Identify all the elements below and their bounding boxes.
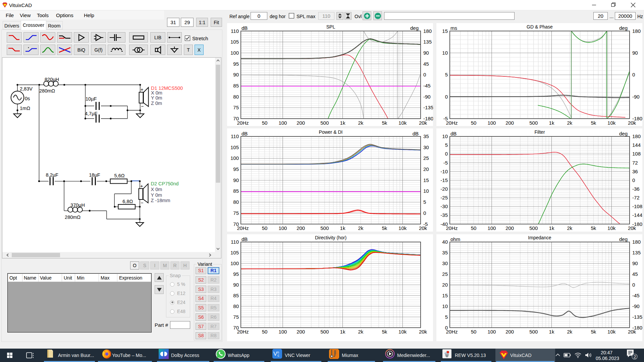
svg-text:20k: 20k xyxy=(419,120,427,126)
svg-text:-72: -72 xyxy=(632,195,640,200)
svg-text:-5: -5 xyxy=(423,221,428,227)
svg-text:95: 95 xyxy=(233,271,239,277)
svg-text:V: V xyxy=(273,351,277,357)
svg-text:5k: 5k xyxy=(382,329,387,335)
svg-text:Impedance: Impedance xyxy=(528,235,551,240)
svg-text:10k: 10k xyxy=(398,329,407,335)
svg-text:100: 100 xyxy=(230,50,239,56)
svg-text:100: 100 xyxy=(230,155,239,161)
svg-text:100: 100 xyxy=(278,120,287,126)
svg-text:85: 85 xyxy=(233,293,239,298)
svg-text:-20: -20 xyxy=(440,186,448,192)
svg-text:-35: -35 xyxy=(440,212,448,218)
svg-text:0: 0 xyxy=(423,72,426,77)
svg-text:85: 85 xyxy=(233,83,239,88)
svg-text:dB: dB xyxy=(241,236,248,242)
svg-text:Directivity (hor): Directivity (hor) xyxy=(315,235,346,240)
svg-text:200: 200 xyxy=(297,225,305,231)
svg-text:90: 90 xyxy=(423,50,429,56)
svg-text:2k: 2k xyxy=(567,120,572,126)
svg-text:10k: 10k xyxy=(398,120,407,126)
svg-text:180: 180 xyxy=(632,28,641,34)
svg-text:5: 5 xyxy=(445,314,448,320)
svg-text:95: 95 xyxy=(233,166,239,172)
svg-text:Filter: Filter xyxy=(534,129,545,135)
svg-text:10: 10 xyxy=(442,303,448,309)
svg-text:200: 200 xyxy=(505,120,514,126)
svg-text:-90: -90 xyxy=(632,94,640,100)
svg-text:5: 5 xyxy=(423,199,426,205)
svg-text:180: 180 xyxy=(632,239,641,245)
svg-text:2: 2 xyxy=(634,355,636,359)
svg-text:2k: 2k xyxy=(358,225,363,231)
svg-text:90: 90 xyxy=(233,282,239,288)
svg-text:5k: 5k xyxy=(591,329,596,335)
svg-text:0: 0 xyxy=(445,94,448,100)
svg-text:20: 20 xyxy=(423,166,429,172)
svg-text:90: 90 xyxy=(233,177,239,183)
svg-text:36: 36 xyxy=(632,169,638,174)
svg-text:-45: -45 xyxy=(423,83,431,88)
svg-text:dB: dB xyxy=(413,131,419,136)
svg-text:20k: 20k xyxy=(419,329,427,335)
svg-text:1k: 1k xyxy=(340,120,345,126)
svg-text:20k: 20k xyxy=(628,225,636,231)
svg-text:108: 108 xyxy=(632,151,641,157)
svg-text:20Hz: 20Hz xyxy=(446,225,458,231)
svg-text:-30: -30 xyxy=(440,203,448,209)
svg-text:40: 40 xyxy=(442,239,448,245)
svg-text:1k: 1k xyxy=(340,225,345,231)
svg-text:c: c xyxy=(278,354,279,357)
svg-text:dB: dB xyxy=(450,131,457,136)
svg-text:-108: -108 xyxy=(632,203,642,209)
svg-text:100: 100 xyxy=(487,329,496,335)
svg-text:110: 110 xyxy=(231,239,239,245)
svg-text:105: 105 xyxy=(230,144,239,150)
svg-text:-90: -90 xyxy=(632,303,640,309)
svg-text:5: 5 xyxy=(445,142,448,148)
svg-text:100: 100 xyxy=(278,329,287,335)
svg-text:-135: -135 xyxy=(632,314,642,320)
svg-text:50: 50 xyxy=(262,329,268,335)
svg-text:GD & Phase: GD & Phase xyxy=(527,24,553,29)
svg-text:-15: -15 xyxy=(440,177,448,183)
svg-text:-90: -90 xyxy=(423,94,431,100)
svg-text:20Hz: 20Hz xyxy=(446,120,458,126)
svg-text:500: 500 xyxy=(529,329,538,335)
svg-text:-45: -45 xyxy=(632,293,640,298)
svg-text:10: 10 xyxy=(423,188,429,194)
svg-text:50: 50 xyxy=(262,225,268,231)
svg-text:200: 200 xyxy=(505,225,514,231)
svg-text:200: 200 xyxy=(297,120,305,126)
svg-text:30: 30 xyxy=(442,260,448,266)
svg-text:0: 0 xyxy=(632,72,635,77)
svg-text:15: 15 xyxy=(442,293,448,298)
svg-text:75: 75 xyxy=(233,314,239,320)
svg-text:72: 72 xyxy=(632,160,638,166)
svg-text:SPL: SPL xyxy=(326,24,335,29)
svg-text:0: 0 xyxy=(423,210,426,216)
svg-text:20Hz: 20Hz xyxy=(237,329,249,335)
svg-text:dB: dB xyxy=(241,25,248,31)
svg-text:deg: deg xyxy=(619,131,628,136)
svg-text:100: 100 xyxy=(487,120,496,126)
svg-text:10: 10 xyxy=(442,50,448,56)
svg-text:0: 0 xyxy=(445,151,448,157)
svg-text:75: 75 xyxy=(233,210,239,216)
svg-text:90: 90 xyxy=(632,50,638,56)
svg-text:15: 15 xyxy=(423,177,429,183)
svg-text:200: 200 xyxy=(297,329,305,335)
svg-text:80: 80 xyxy=(233,199,239,205)
svg-text:100: 100 xyxy=(278,225,287,231)
svg-text:Power & DI: Power & DI xyxy=(319,129,343,135)
svg-text:20Hz: 20Hz xyxy=(237,120,249,126)
svg-text:45: 45 xyxy=(632,271,638,277)
svg-text:10k: 10k xyxy=(398,225,407,231)
svg-text:ohm: ohm xyxy=(450,236,460,242)
svg-text:10k: 10k xyxy=(607,329,616,335)
svg-text:500: 500 xyxy=(320,329,329,335)
svg-text:135: 135 xyxy=(632,250,641,255)
svg-text:5k: 5k xyxy=(382,120,387,126)
svg-text:75: 75 xyxy=(233,105,239,110)
svg-text:95: 95 xyxy=(233,61,239,67)
